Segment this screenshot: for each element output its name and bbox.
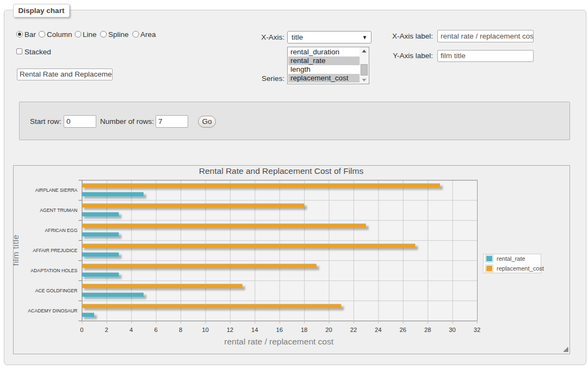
svg-text:28: 28 [424, 327, 431, 333]
svg-text:rental_rate: rental_rate [497, 255, 525, 262]
svg-text:4: 4 [129, 327, 133, 333]
svg-text:30: 30 [449, 327, 455, 333]
svg-text:ACADEMY DINOSAUR: ACADEMY DINOSAUR [28, 308, 77, 313]
svg-text:12: 12 [227, 327, 233, 333]
svg-text:16: 16 [276, 327, 282, 333]
svg-text:Rental Rate and Replacement Co: Rental Rate and Replacement Cost of Film… [199, 166, 364, 175]
svg-text:22: 22 [350, 327, 357, 333]
svg-text:32: 32 [474, 327, 480, 333]
svg-text:AFRICAN EGG: AFRICAN EGG [45, 228, 78, 233]
svg-text:10: 10 [202, 327, 208, 333]
svg-text:14: 14 [251, 327, 258, 333]
svg-text:ACE GOLDFINGER: ACE GOLDFINGER [35, 288, 78, 293]
svg-text:6: 6 [154, 327, 158, 333]
svg-text:replacement_cost: replacement_cost [497, 265, 544, 272]
svg-text:rental rate / replacement cost: rental rate / replacement cost [224, 337, 333, 346]
svg-text:AGENT TRUMAN: AGENT TRUMAN [40, 208, 77, 213]
svg-text:AIRPLANE SIERRA: AIRPLANE SIERRA [35, 187, 78, 193]
svg-text:AFFAIR PREJUDICE: AFFAIR PREJUDICE [33, 248, 77, 253]
svg-text:ADAPTATION HOLES: ADAPTATION HOLES [30, 268, 77, 273]
svg-text:8: 8 [179, 327, 182, 333]
svg-text:2: 2 [105, 327, 108, 333]
svg-text:26: 26 [400, 327, 406, 333]
svg-text:20: 20 [325, 327, 332, 333]
svg-text:24: 24 [375, 327, 381, 333]
svg-text:18: 18 [301, 327, 307, 333]
svg-text:film title: film title [13, 235, 20, 266]
svg-text:0: 0 [80, 327, 83, 333]
